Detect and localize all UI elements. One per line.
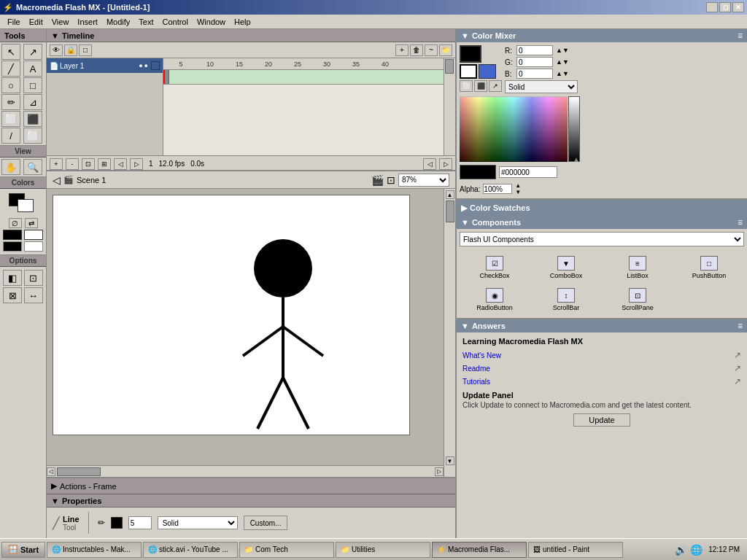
comp-collapse[interactable]: ▼ — [461, 218, 469, 227]
zoom-select[interactable]: 87% 25% 50% 75% 100% — [398, 174, 449, 187]
cm-r-up[interactable]: ▲ — [556, 47, 562, 54]
timeline-scroll-thumb[interactable] — [445, 59, 454, 74]
prop-collapse[interactable]: ▼ — [51, 497, 59, 505]
tutorials-link[interactable]: Tutorials ↗ — [462, 376, 741, 386]
text-tool[interactable]: A — [23, 61, 42, 77]
custom-button[interactable]: Custom... — [244, 516, 288, 530]
tray-icon-2[interactable]: 🌐 — [690, 544, 703, 556]
stroke-black-btn[interactable] — [3, 230, 22, 240]
no-stroke-btn[interactable]: ∅ — [9, 218, 22, 228]
cm-r-input[interactable] — [516, 45, 553, 55]
loop-btn2[interactable]: ▷ — [439, 158, 452, 170]
rect-tool[interactable]: □ — [23, 77, 42, 93]
actions-collapse[interactable]: ▶ — [51, 481, 57, 491]
comp-combobox[interactable]: ▼ ComboBox — [531, 252, 601, 283]
line-width-input[interactable] — [128, 516, 152, 529]
scroll-down-btn[interactable]: ▼ — [446, 456, 454, 465]
comp-radiobutton[interactable]: ◉ RadioButton — [460, 284, 530, 315]
tf-btn4[interactable]: ▷ — [130, 158, 143, 170]
scene-icon1[interactable]: 🎬 — [371, 174, 384, 186]
update-button[interactable]: Update — [573, 413, 630, 427]
alpha-down[interactable]: ▼ — [515, 189, 521, 195]
line-style-select[interactable]: Solid Dashed Dotted — [158, 516, 238, 529]
menu-modify[interactable]: Modify — [102, 16, 134, 28]
cm-g-up[interactable]: ▲ — [556, 58, 562, 66]
menu-control[interactable]: Control — [158, 16, 192, 28]
timeline-collapse-arrow[interactable]: ▼ — [51, 31, 59, 40]
timeline-scrollbar-v[interactable] — [444, 58, 455, 155]
tf-btn3[interactable]: ◁ — [114, 158, 127, 170]
comp-scrollbar[interactable]: ↕ ScrollBar — [531, 284, 601, 315]
color-swatches-header[interactable]: ▶ Color Swatches — [457, 200, 747, 216]
lock-btn[interactable]: 🔒 — [64, 44, 77, 56]
cm-stroke-icon[interactable] — [460, 64, 477, 79]
del-frame-btn[interactable]: - — [66, 158, 79, 170]
tf-btn2[interactable]: ⊞ — [98, 158, 111, 170]
cm-icon-btn-3[interactable]: ↗ — [489, 80, 502, 92]
actions-panel[interactable]: ▶ Actions - Frame — [47, 478, 455, 494]
frame-track[interactable] — [163, 70, 444, 85]
option-btn-3[interactable]: ⊠ — [3, 287, 22, 303]
alpha-input[interactable] — [483, 184, 512, 194]
scroll-right-btn[interactable]: ▷ — [435, 467, 444, 476]
layer-row[interactable]: 📄 Layer 1 ● ● — [47, 58, 163, 73]
cm-g-down[interactable]: ▼ — [562, 58, 569, 66]
paint-bucket-tool[interactable]: ⬛ — [23, 111, 42, 127]
cm-fill-icon[interactable] — [479, 64, 496, 79]
whats-new-link[interactable]: What's New ↗ — [462, 350, 741, 360]
line-tool[interactable]: ╱ — [1, 61, 20, 77]
eraser-tool[interactable]: ⬜ — [23, 128, 42, 144]
guide-layer-btn[interactable]: ~ — [425, 44, 438, 56]
show-hide-btn[interactable]: 👁 — [50, 44, 63, 56]
menu-file[interactable]: File — [3, 16, 25, 28]
eyedropper-tool[interactable]: / — [1, 128, 20, 144]
comp-pushbutton[interactable]: □ PushButton — [674, 252, 744, 283]
comp-checkbox[interactable]: ☑ CheckBox — [460, 252, 530, 283]
cm-b-down[interactable]: ▼ — [562, 70, 569, 77]
hex-input[interactable] — [499, 166, 557, 178]
pencil-tool[interactable]: ✏ — [1, 94, 20, 110]
option-btn-4[interactable]: ↔ — [24, 287, 43, 303]
cm-stroke-swatch[interactable] — [460, 45, 481, 63]
menu-insert[interactable]: Insert — [73, 16, 102, 28]
option-btn-1[interactable]: ◧ — [3, 270, 22, 286]
brush-tool[interactable]: ⊿ — [23, 94, 42, 110]
cm-b-up[interactable]: ▲ — [556, 70, 562, 77]
stroke-color-swatch-prop[interactable] — [111, 517, 123, 529]
cm-icon-btn-2[interactable]: ⬛ — [474, 80, 487, 92]
start-button[interactable]: 🪟 Start — [1, 542, 45, 558]
comp-options-icon[interactable]: ≡ — [738, 217, 743, 228]
fill-color2-btn[interactable] — [24, 241, 43, 252]
minimize-button[interactable]: _ — [706, 2, 718, 12]
cs-collapse[interactable]: ▶ — [461, 203, 467, 213]
arrow-tool[interactable]: ↖ — [1, 44, 20, 60]
cm-b-input[interactable] — [516, 69, 553, 79]
taskbar-paint[interactable]: 🖼 untitled - Paint — [528, 542, 623, 558]
components-dropdown[interactable]: Flash UI Components — [460, 232, 744, 246]
folder-btn[interactable]: 📁 — [439, 44, 452, 56]
taskbar-flash[interactable]: ⚡ Macromedia Flas... — [432, 542, 527, 558]
ans-options-icon[interactable]: ≡ — [738, 321, 743, 331]
option-btn-2[interactable]: ⊡ — [24, 270, 43, 286]
canvas-scrollbar-h[interactable]: ◁ ▷ — [47, 465, 444, 477]
readme-link[interactable]: Readme ↗ — [462, 363, 741, 373]
restore-button[interactable]: ◻ — [719, 2, 731, 12]
scroll-thumb-v[interactable] — [446, 201, 454, 222]
color-mixer-collapse[interactable]: ▼ — [461, 31, 469, 40]
scroll-thumb-h[interactable] — [57, 467, 101, 476]
cm-mode-select[interactable]: Solid Linear Radial Bitmap — [505, 80, 578, 93]
outline-btn[interactable]: □ — [79, 44, 92, 56]
fill-color-swatch[interactable] — [18, 199, 34, 212]
comp-listbox[interactable]: ≡ ListBox — [603, 252, 673, 283]
tf-btn[interactable]: ⊡ — [82, 158, 95, 170]
scroll-left-btn[interactable]: ◁ — [47, 467, 55, 476]
menu-edit[interactable]: Edit — [25, 16, 47, 28]
subselect-tool[interactable]: ↗ — [23, 44, 42, 60]
hand-tool[interactable]: ✋ — [1, 159, 20, 175]
taskbar-utilities[interactable]: 📁 Utilities — [336, 542, 430, 558]
cm-r-down[interactable]: ▼ — [562, 47, 569, 54]
fill-white-btn[interactable] — [24, 230, 43, 240]
menu-window[interactable]: Window — [193, 16, 230, 28]
menu-text[interactable]: Text — [134, 16, 158, 28]
stroke-color2-btn[interactable] — [3, 241, 22, 252]
